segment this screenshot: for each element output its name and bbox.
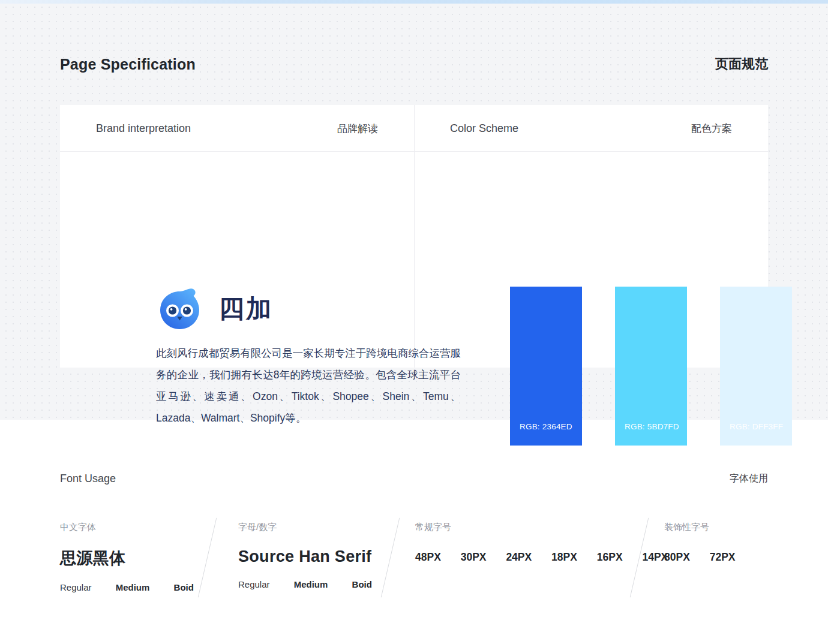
font-size-value: 16PX: [597, 551, 623, 563]
font-size-value: 48PX: [415, 551, 441, 563]
page-title: Page Specification: [60, 56, 196, 73]
brand-header-en: Brand interpretation: [96, 122, 191, 135]
color-header-en: Color Scheme: [450, 122, 518, 135]
font-size-list: 80PX 72PX: [664, 551, 736, 564]
page-specification-document: Page Specification 页面规范 Brand interpreta…: [0, 0, 828, 644]
brand-header-zh: 品牌解读: [337, 122, 378, 136]
color-swatch-label: RGB: 2364ED: [520, 422, 572, 431]
font-size-list: 48PX 30PX 24PX 18PX 16PX 14PX: [415, 551, 668, 564]
specification-card: Brand interpretation 品牌解读 Color Scheme 配…: [60, 105, 768, 368]
page-title-zh: 页面规范: [715, 55, 768, 73]
page-heading: Page Specification 页面规范: [60, 55, 768, 73]
font-usage-title-zh: 字体使用: [730, 473, 768, 485]
top-gradient-strip: [0, 0, 828, 4]
weight-medium: Medium: [294, 579, 328, 589]
font-column-latin: 字母/数字 Source Han Serif Regular Medium Bo…: [238, 522, 372, 589]
column-label: 中文字体: [60, 522, 194, 533]
font-family-name: Source Han Serif: [238, 547, 372, 566]
color-swatch-primary: RGB: 2364ED: [510, 287, 582, 446]
column-divider: [381, 518, 400, 598]
weight-bold: Boid: [174, 582, 194, 592]
font-size-value: 30PX: [461, 551, 487, 563]
font-column-regular-sizes: 常规字号 48PX 30PX 24PX 18PX 16PX 14PX: [415, 522, 668, 564]
font-family-name: 思源黑体: [60, 547, 194, 569]
weight-regular: Regular: [238, 579, 270, 589]
brand-logo-row: 四加: [158, 287, 273, 331]
color-header-zh: 配色方案: [691, 122, 732, 136]
font-weight-list: Regular Medium Boid: [238, 579, 372, 589]
color-swatch-label: RGB: DFF3FF: [730, 422, 783, 431]
column-label: 字母/数字: [238, 522, 372, 533]
color-section-header: Color Scheme 配色方案: [450, 105, 732, 152]
font-usage-heading: Font Usage 字体使用: [60, 473, 768, 485]
font-column-chinese: 中文字体 思源黑体 Regular Medium Boid: [60, 522, 194, 592]
weight-medium: Medium: [116, 582, 150, 592]
brand-description: 此刻风行成都贸易有限公司是一家长期专注于跨境电商综合运营服务的企业，我们拥有长达…: [156, 342, 461, 429]
brand-section-header: Brand interpretation 品牌解读: [96, 105, 378, 152]
font-size-value: 72PX: [710, 551, 736, 563]
color-swatch-secondary: RGB: 5BD7FD: [615, 287, 687, 446]
font-size-value: 24PX: [506, 551, 532, 563]
color-swatch-label: RGB: 5BD7FD: [625, 422, 679, 431]
card-header-row: Brand interpretation 品牌解读 Color Scheme 配…: [60, 105, 768, 152]
weight-regular: Regular: [60, 582, 92, 592]
column-label: 常规字号: [415, 522, 668, 533]
column-label: 装饰性字号: [664, 522, 736, 533]
font-weight-list: Regular Medium Boid: [60, 582, 194, 592]
weight-bold: Boid: [352, 579, 372, 589]
brand-mascot-logo-icon: [158, 287, 202, 331]
font-size-value: 80PX: [664, 551, 690, 563]
column-divider: [198, 518, 217, 598]
brand-name: 四加: [219, 292, 273, 326]
font-column-decorative-sizes: 装饰性字号 80PX 72PX: [664, 522, 736, 564]
color-swatch-tertiary: RGB: DFF3FF: [720, 287, 792, 446]
font-size-value: 18PX: [551, 551, 577, 563]
font-usage-title: Font Usage: [60, 473, 116, 485]
